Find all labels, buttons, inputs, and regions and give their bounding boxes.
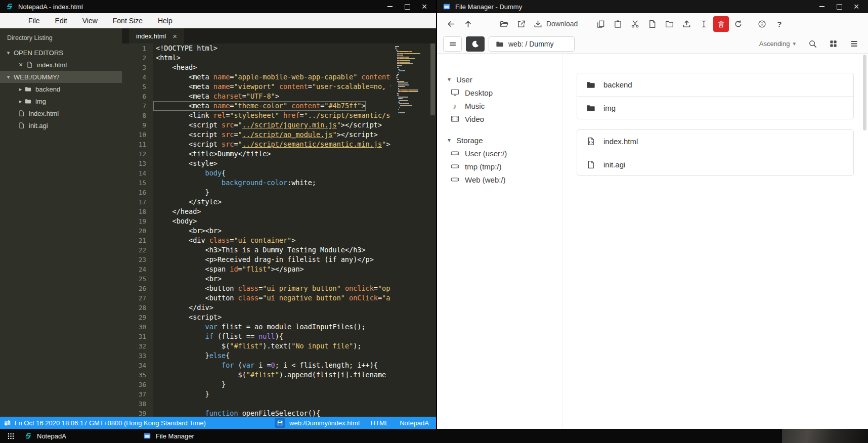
sidebar-group-header-storage[interactable]: ▾Storage [446, 134, 562, 147]
sidebar-item-music[interactable]: ♪Music [446, 99, 562, 112]
code-line-24[interactable]: 24 <span id="flist"></span> [122, 264, 390, 274]
code-line-26[interactable]: 26 <button class="ui primary button" onc… [122, 284, 390, 293]
tree-item-img[interactable]: ▸img [0, 95, 122, 107]
minimize-button[interactable] [386, 3, 394, 10]
code-line-19[interactable]: 19 <body> [122, 216, 390, 226]
code-editor[interactable]: 1<!DOCTYPE html>2<html>3 <head>4 <meta n… [122, 43, 436, 417]
file-row-index-html[interactable]: index.html [577, 130, 853, 153]
code-line-4[interactable]: 4 <meta name="apple-mobile-web-app-capab… [122, 72, 390, 82]
maximize-button[interactable] [836, 3, 843, 10]
menu-item-help[interactable]: Help [158, 17, 172, 25]
file-row-backend[interactable]: backend [577, 73, 853, 96]
copy-button[interactable] [593, 16, 609, 32]
new-folder-button[interactable] [662, 16, 677, 32]
code-line-21[interactable]: 21 <div class="ui container"> [122, 236, 390, 245]
list-view-button[interactable] [846, 36, 862, 52]
delete-button[interactable] [713, 16, 729, 32]
code-line-16[interactable]: 16 } [122, 188, 390, 197]
file-row-img[interactable]: img [577, 96, 853, 119]
code-line-33[interactable]: 33 }else{ [122, 351, 390, 361]
code-line-32[interactable]: 32 $("#flist").text("No input file"); [122, 341, 390, 351]
code-line-11[interactable]: 11 <script src="../script/semantic/seman… [122, 140, 390, 149]
restore-button[interactable] [404, 3, 411, 10]
code-line-8[interactable]: 8 <link rel="stylesheet" href="../script… [122, 111, 390, 120]
close-button[interactable]: × [853, 3, 860, 10]
menu-item-view[interactable]: View [82, 17, 98, 25]
code-line-27[interactable]: 27 <button class="ui negative button" on… [122, 293, 390, 303]
code-line-14[interactable]: 14 body{ [122, 168, 390, 178]
code-line-9[interactable]: 9 <script src="../script/jquery.min.js">… [122, 120, 390, 130]
scrollbar-thumb[interactable] [863, 55, 866, 130]
code-line-3[interactable]: 3 <head> [122, 63, 390, 72]
code-line-10[interactable]: 10 <script src="../script/ao_module.js">… [122, 130, 390, 140]
save-icon[interactable] [275, 418, 285, 428]
upload-button[interactable] [679, 16, 695, 32]
search-button[interactable] [805, 36, 820, 52]
sidebar-item-video[interactable]: Video [446, 112, 562, 125]
code-line-25[interactable]: 25 <br> [122, 274, 390, 284]
statusbar-language[interactable]: HTML [371, 419, 388, 427]
menu-item-file[interactable]: File [28, 17, 40, 25]
back-button[interactable] [443, 16, 459, 32]
code-line-13[interactable]: 13 <style> [122, 159, 390, 168]
tree-item-index-html[interactable]: index.html [0, 107, 122, 119]
tree-item-backend[interactable]: ▸backend [0, 83, 122, 95]
code-line-2[interactable]: 2<html> [122, 53, 390, 63]
code-line-39[interactable]: 39 function openFileSelector(){ [122, 409, 390, 417]
code-line-5[interactable]: 5 <meta name="viewport" content="user-sc… [122, 82, 390, 92]
tab-index-html[interactable]: index.html × [129, 28, 184, 43]
sidebar-item-user-user[interactable]: User (user:/) [446, 147, 562, 160]
code-line-34[interactable]: 34 for (var i =0; i < flist.length; i++)… [122, 361, 390, 370]
code-line-36[interactable]: 36 } [122, 380, 390, 389]
open-in-new-window-button[interactable] [513, 16, 529, 32]
code-line-30[interactable]: 30 var flist = ao_module_loadInputFiles(… [122, 322, 390, 332]
menu-item-edit[interactable]: Edit [55, 17, 67, 25]
sidebar-item-desktop[interactable]: Desktop [446, 86, 562, 99]
code-line-7[interactable]: 7 <meta name="theme-color" content="#4b7… [122, 101, 390, 111]
code-line-35[interactable]: 35 $("#flist").append(flist[i].filename … [122, 370, 390, 380]
sidebar-item-tmp-tmp[interactable]: tmp (tmp:/) [446, 160, 562, 173]
code-line-29[interactable]: 29 <script> [122, 313, 390, 322]
menu-item-font-size[interactable]: Font Size [113, 17, 143, 25]
file-row-init-agi[interactable]: init.agi [577, 153, 853, 175]
taskbar-item-notepada[interactable]: NotepadA [21, 429, 140, 443]
code-line-12[interactable]: 12 <title>Dummy</title> [122, 149, 390, 159]
open-folder-button[interactable] [496, 16, 512, 32]
theme-toggle-button[interactable] [466, 36, 485, 52]
editor-scrollbar[interactable] [430, 43, 436, 417]
code-line-17[interactable]: 17 </style> [122, 197, 390, 207]
help-button[interactable]: ? [771, 16, 787, 32]
info-button[interactable] [754, 16, 770, 32]
code-line-37[interactable]: 37 } [122, 389, 390, 399]
sort-dropdown[interactable]: Ascending ▾ [759, 40, 796, 48]
new-file-button[interactable] [644, 16, 660, 32]
scrollbar-thumb[interactable] [430, 43, 435, 115]
code-line-31[interactable]: 31 if (flist == null){ [122, 332, 390, 341]
code-line-6[interactable]: 6 <meta charset="UTF-8"> [122, 92, 390, 101]
taskbar-item-file-manager[interactable]: File Manager [140, 429, 259, 443]
sidebar-toggle-button[interactable] [443, 36, 462, 52]
code-line-22[interactable]: 22 <h3>This is a Dummy Testing Module</h… [122, 245, 390, 255]
apps-menu-button[interactable] [3, 430, 18, 442]
code-line-20[interactable]: 20 <br><br> [122, 226, 390, 236]
close-button[interactable]: × [421, 3, 428, 10]
up-button[interactable] [460, 16, 476, 32]
code-line-1[interactable]: 1<!DOCTYPE html> [122, 43, 390, 53]
paste-button[interactable] [610, 16, 626, 32]
tree-item-init-agi[interactable]: init.agi [0, 119, 122, 131]
tab-close-icon[interactable]: × [172, 32, 177, 40]
code-line-38[interactable]: 38 [122, 399, 390, 409]
code-line-15[interactable]: 15 background-color:white; [122, 178, 390, 188]
sidebar-item-web-web[interactable]: Web (web:/) [446, 173, 562, 186]
workspace-root[interactable]: ▾WEB:/DUMMY/ [0, 71, 122, 83]
minimize-button[interactable] [818, 3, 826, 10]
cut-button[interactable] [627, 16, 643, 32]
code-line-18[interactable]: 18 </head> [122, 207, 390, 216]
sidebar-group-header-user[interactable]: ▾User [446, 73, 562, 86]
rename-button[interactable] [696, 16, 712, 32]
close-icon[interactable]: × [17, 61, 24, 69]
code-line-28[interactable]: 28 </div> [122, 303, 390, 313]
content-scrollbar[interactable] [862, 54, 866, 429]
grid-view-button[interactable] [826, 36, 841, 52]
open-editor-index-html[interactable]: ×index.html [0, 59, 122, 71]
